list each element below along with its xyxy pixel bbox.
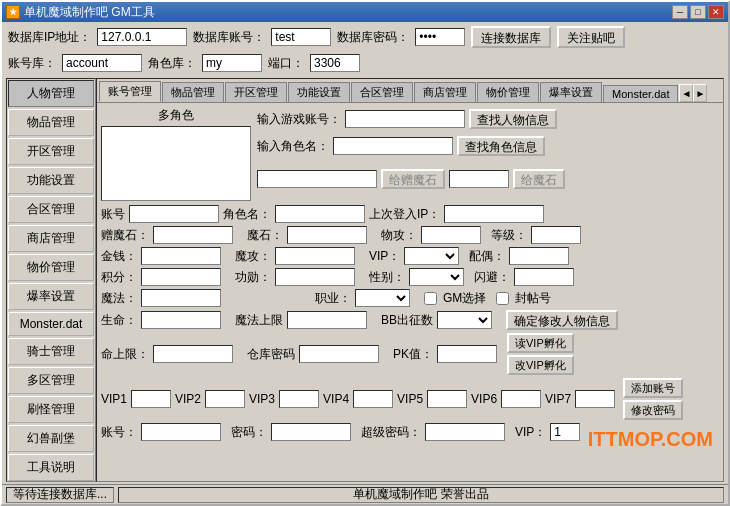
status-bar: 等待连接数据库... 单机魔域制作吧 荣誉出品: [2, 484, 728, 504]
sidebar-item-items[interactable]: 物品管理: [8, 109, 94, 136]
add-account-button[interactable]: 添加账号: [623, 378, 683, 398]
sidebar-item-person[interactable]: 人物管理: [8, 80, 94, 107]
password-input-label: 密码：: [231, 424, 267, 441]
db-name-input[interactable]: [62, 54, 142, 72]
tab-function[interactable]: 功能设置: [288, 82, 350, 102]
tab-shop[interactable]: 商店管理: [414, 82, 476, 102]
vip1-input[interactable]: [131, 390, 171, 408]
tab-account[interactable]: 账号管理: [99, 81, 161, 102]
stats-row3: 积分： 功勋： 性别： 闪避：: [101, 268, 719, 286]
give-diamond-gift-button[interactable]: 给赠魔石: [381, 169, 445, 189]
diamond-input[interactable]: [287, 226, 367, 244]
sidebar-item-pet[interactable]: 幻兽副堡: [8, 425, 94, 452]
sidebar-item-spawnmgr[interactable]: 刷怪管理: [8, 396, 94, 423]
tab-openzone[interactable]: 开区管理: [225, 82, 287, 102]
tab-bar: 账号管理 物品管理 开区管理 功能设置 合区管理 商店管理 物价管理 爆率设置 …: [97, 79, 723, 102]
connect-db-button[interactable]: 连接数据库: [471, 26, 551, 48]
db-password-input[interactable]: [415, 28, 465, 46]
focus-button[interactable]: 关注贴吧: [557, 26, 625, 48]
hp-input[interactable]: [141, 311, 221, 329]
change-password-button[interactable]: 修改密码: [623, 400, 683, 420]
vip3-input[interactable]: [279, 390, 319, 408]
super-password-input[interactable]: [425, 423, 505, 441]
find-role-button[interactable]: 查找角色信息: [457, 136, 545, 156]
minimize-button[interactable]: ─: [672, 5, 688, 19]
magic-max-input[interactable]: [287, 311, 367, 329]
confirm-modify-button[interactable]: 确定修改人物信息: [506, 310, 618, 330]
tab-price[interactable]: 物价管理: [477, 82, 539, 102]
last-login-ip-input[interactable]: [444, 205, 544, 223]
sidebar-item-multizone[interactable]: 多区管理: [8, 367, 94, 394]
search-account-input[interactable]: [345, 110, 465, 128]
tab-mergearea[interactable]: 合区管理: [351, 82, 413, 102]
gender-select[interactable]: [409, 268, 464, 286]
life-max-input[interactable]: [153, 345, 233, 363]
warehouse-pwd-input[interactable]: [299, 345, 379, 363]
sidebar-item-tools[interactable]: 工具说明: [8, 454, 94, 481]
maximize-button[interactable]: □: [690, 5, 706, 19]
seal-checkbox[interactable]: [496, 292, 509, 305]
sidebar-item-monster[interactable]: Monster.dat: [8, 312, 94, 336]
vip7-input[interactable]: [575, 390, 615, 408]
find-person-button[interactable]: 查找人物信息: [469, 109, 557, 129]
sidebar-item-price[interactable]: 物价管理: [8, 254, 94, 281]
change-vip-button[interactable]: 改VIP孵化: [507, 355, 574, 375]
gift-diamond-input[interactable]: [153, 226, 233, 244]
read-vip-button[interactable]: 读VIP孵化: [507, 333, 574, 353]
port-input[interactable]: [310, 54, 360, 72]
tab-items[interactable]: 物品管理: [162, 82, 224, 102]
tab-nav-next[interactable]: ►: [693, 84, 707, 102]
give-diamond-input[interactable]: [449, 170, 509, 188]
search-role-row: 输入角色名： 查找角色信息: [257, 136, 719, 156]
multi-char-box[interactable]: [101, 126, 251, 201]
ip-input[interactable]: [97, 28, 187, 46]
phys-atk-input[interactable]: [421, 226, 481, 244]
stats-row5: 生命： 魔法上限 BB出征数 确定修改人物信息: [101, 310, 719, 330]
app-window: ★ 单机魔域制作吧 GM工具 ─ □ ✕ 数据库IP地址： 数据库账号： 数据库…: [0, 0, 730, 506]
tab-droprate[interactable]: 爆率设置: [540, 82, 602, 102]
level-input[interactable]: [531, 226, 581, 244]
vip-buttons: 读VIP孵化 改VIP孵化: [507, 333, 574, 375]
account-login-input[interactable]: [141, 423, 221, 441]
vip5-input[interactable]: [427, 390, 467, 408]
sidebar-item-function[interactable]: 功能设置: [8, 167, 94, 194]
points-input[interactable]: [141, 268, 221, 286]
job-select[interactable]: [355, 289, 410, 307]
db-account-input[interactable]: [271, 28, 331, 46]
multi-char-area: 多角色: [101, 107, 251, 201]
vip2-input[interactable]: [205, 390, 245, 408]
gift-diamond-label: 赠魔石：: [101, 227, 149, 244]
tab-monster[interactable]: Monster.dat: [603, 85, 678, 102]
merit-input[interactable]: [275, 268, 355, 286]
vip-value-input[interactable]: [550, 423, 580, 441]
life-max-label: 命上限：: [101, 346, 149, 363]
password-login-input[interactable]: [271, 423, 351, 441]
sidebar-item-shop[interactable]: 商店管理: [8, 225, 94, 252]
role-db-input[interactable]: [202, 54, 262, 72]
config-row: 数据库IP地址： 数据库账号： 数据库密码： 连接数据库 关注贴吧: [2, 22, 728, 50]
sidebar-item-mergearea[interactable]: 合区管理: [8, 196, 94, 223]
gm-checkbox[interactable]: [424, 292, 437, 305]
bb-select[interactable]: [437, 311, 492, 329]
give-diamond-button[interactable]: 给魔石: [513, 169, 565, 189]
vip-select[interactable]: [404, 247, 459, 265]
tab-nav-prev[interactable]: ◄: [679, 84, 693, 102]
give-diamond-gift-input[interactable]: [257, 170, 377, 188]
pk-value-input[interactable]: [437, 345, 497, 363]
sidebar-item-knight[interactable]: 骑士管理: [8, 338, 94, 365]
sidebar-item-openzone[interactable]: 开区管理: [8, 138, 94, 165]
flash-input[interactable]: [514, 268, 574, 286]
search-role-input[interactable]: [333, 137, 453, 155]
vip4-input[interactable]: [353, 390, 393, 408]
sidebar-item-droprate[interactable]: 爆率设置: [8, 283, 94, 310]
magic-atk-input[interactable]: [275, 247, 355, 265]
money-input[interactable]: [141, 247, 221, 265]
magic-input[interactable]: [141, 289, 221, 307]
close-button[interactable]: ✕: [708, 5, 724, 19]
account-input-label: 账号：: [101, 424, 137, 441]
role-name-input[interactable]: [275, 205, 365, 223]
vip6-input[interactable]: [501, 390, 541, 408]
spouse-input[interactable]: [509, 247, 569, 265]
ip-label: 数据库IP地址：: [8, 29, 91, 46]
account-field-input[interactable]: [129, 205, 219, 223]
